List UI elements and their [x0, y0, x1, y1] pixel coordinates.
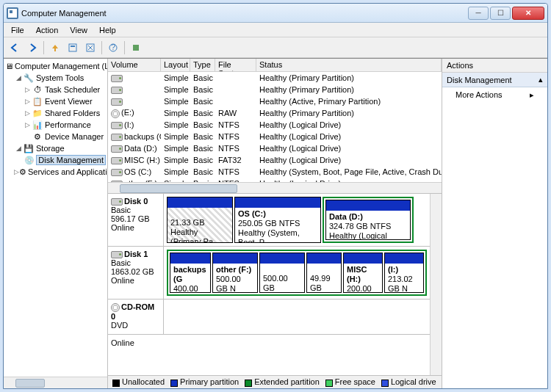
disk-1-row[interactable]: Disk 1 Basic 1863.02 GB Online backups (… — [108, 247, 430, 300]
actions-section[interactable]: Disk Management▴ — [442, 73, 547, 87]
disk1-partition-backups[interactable]: backups (G400.00 GB NHealthy (Lo — [170, 253, 211, 293]
refresh-button[interactable] — [82, 40, 98, 56]
col-filesystem[interactable]: File System — [215, 59, 256, 71]
tree-performance[interactable]: ▷📊Performance — [5, 119, 106, 131]
volume-row[interactable]: SimpleBasicHealthy (Primary Partition) — [108, 84, 442, 95]
svg-text:?: ? — [111, 43, 115, 51]
disk0-partition-0[interactable]: 21.33 GBHealthy (Primary Pa — [167, 197, 233, 243]
tree-services[interactable]: ▷⚙Services and Applications — [5, 166, 106, 178]
help-button[interactable]: ? — [105, 40, 121, 56]
toolbar: ? — [4, 37, 547, 58]
col-volume[interactable]: Volume — [108, 59, 161, 71]
drive-icon — [111, 134, 123, 141]
drive-icon — [111, 75, 123, 82]
drive-icon — [111, 145, 123, 153]
disk0-partition-os[interactable]: OS (C:)250.05 GB NTFSHealthy (System, Bo… — [234, 197, 321, 243]
cdrom-icon — [111, 109, 120, 118]
tree-root[interactable]: 🖥Computer Management (Local — [5, 60, 106, 72]
tree-storage[interactable]: ◢💾Storage — [5, 142, 106, 154]
disk1-partition-2[interactable]: 500.00 GBHealthy (Prim — [259, 253, 305, 293]
chevron-right-icon: ▸ — [530, 90, 534, 100]
computer-management-window: Computer Management ─ ☐ ✕ File Action Vi… — [3, 3, 548, 389]
volume-row[interactable]: (E:)SimpleBasicRAWHealthy (Primary Parti… — [108, 107, 442, 119]
maximize-button[interactable]: ☐ — [490, 7, 511, 20]
titlebar[interactable]: Computer Management ─ ☐ ✕ — [4, 4, 547, 23]
cdrom-info[interactable]: CD-ROM 0 DVD Online — [108, 300, 164, 334]
col-status[interactable]: Status — [256, 59, 442, 71]
close-button[interactable]: ✕ — [512, 7, 544, 20]
svg-rect-5 — [133, 45, 139, 51]
drive-icon — [111, 98, 123, 106]
tree-scrollbar[interactable] — [4, 377, 107, 388]
disk-0-info[interactable]: Disk 0 Basic 596.17 GB Online — [108, 194, 164, 246]
minimize-button[interactable]: ─ — [468, 7, 489, 20]
collapse-icon: ▴ — [539, 75, 543, 84]
svg-rect-1 — [71, 46, 75, 47]
disk-1-info[interactable]: Disk 1 Basic 1863.02 GB Online — [108, 247, 164, 299]
disk1-partition-3[interactable]: 49.99 GBHealthy (A — [306, 253, 342, 293]
disk1-partition-i[interactable]: (I:)213.02 GB NHealthy (Lo — [384, 253, 424, 293]
tree-shared-folders[interactable]: ▷📁Shared Folders — [5, 107, 106, 119]
tree-event-viewer[interactable]: ▷📋Event Viewer — [5, 95, 106, 107]
col-layout[interactable]: Layout — [161, 59, 190, 71]
drive-icon — [111, 169, 123, 176]
cdrom-icon — [111, 303, 120, 312]
disk1-extended[interactable]: backups (G400.00 GB NHealthy (Lo other (… — [167, 250, 427, 296]
drive-icon — [111, 87, 123, 94]
app-icon — [7, 7, 18, 19]
menu-file[interactable]: File — [7, 24, 29, 36]
menu-help[interactable]: Help — [95, 24, 120, 36]
settings-button[interactable] — [128, 40, 144, 56]
forward-button[interactable] — [24, 40, 40, 56]
properties-button[interactable] — [65, 40, 81, 56]
disk-graphical-view[interactable]: Disk 0 Basic 596.17 GB Online 21.33 GBHe… — [108, 194, 442, 375]
drive-icon — [111, 157, 123, 164]
volume-row[interactable]: SimpleBasicHealthy (Primary Partition) — [108, 72, 442, 84]
navigation-tree[interactable]: 🖥Computer Management (Local ◢🔧System Too… — [4, 59, 108, 388]
svg-rect-0 — [69, 44, 76, 51]
menu-action[interactable]: Action — [32, 24, 63, 36]
volume-row[interactable]: (I:)SimpleBasicNTFSHealthy (Logical Driv… — [108, 119, 442, 131]
window-title: Computer Management — [21, 9, 468, 18]
disk0-partition-data[interactable]: Data (D:)324.78 GB NTFSHealthy (Logical … — [325, 200, 411, 240]
main-panel: Volume Layout Type File System Status Si… — [108, 59, 442, 388]
tree-disk-management[interactable]: 💿Disk Management — [5, 154, 106, 166]
back-button[interactable] — [7, 40, 23, 56]
drive-icon — [111, 198, 123, 206]
tree-device-manager[interactable]: ⚙Device Manager — [5, 131, 106, 142]
actions-pane: Actions Disk Management▴ More Actions▸ — [442, 59, 547, 388]
cdrom-row[interactable]: CD-ROM 0 DVD Online — [108, 300, 430, 335]
drive-icon — [111, 251, 123, 258]
volume-row[interactable]: Data (D:)SimpleBasicNTFSHealthy (Logical… — [108, 142, 442, 154]
disk-view-scrollbar[interactable] — [430, 194, 442, 375]
actions-more[interactable]: More Actions▸ — [442, 87, 547, 103]
menu-view[interactable]: View — [65, 24, 92, 36]
volume-row[interactable]: SimpleBasicHealthy (Active, Primary Part… — [108, 95, 442, 107]
up-button[interactable] — [47, 40, 63, 56]
volume-list-header[interactable]: Volume Layout Type File System Status — [108, 59, 442, 72]
disk1-partition-other[interactable]: other (F:)500.00 GB NHealthy (Log — [212, 253, 258, 293]
tree-system-tools[interactable]: ◢🔧System Tools — [5, 72, 106, 84]
legend: Unallocated Primary partition Extended p… — [108, 375, 442, 388]
disk-0-row[interactable]: Disk 0 Basic 596.17 GB Online 21.33 GBHe… — [108, 194, 430, 247]
drive-icon — [111, 122, 123, 129]
volume-row[interactable]: MISC (H:)SimpleBasicFAT32Healthy (Logica… — [108, 154, 442, 166]
tree-task-scheduler[interactable]: ▷⏱Task Scheduler — [5, 84, 106, 95]
disk0-extended[interactable]: Data (D:)324.78 GB NTFSHealthy (Logical … — [323, 197, 414, 243]
volume-list-scrollbar[interactable] — [108, 182, 442, 194]
menubar: File Action View Help — [4, 23, 547, 37]
volume-row[interactable]: backups (G:)SimpleBasicNTFSHealthy (Logi… — [108, 131, 442, 142]
actions-header: Actions — [442, 59, 547, 73]
col-type[interactable]: Type — [190, 59, 215, 71]
volume-list[interactable]: SimpleBasicHealthy (Primary Partition)Si… — [108, 72, 442, 182]
disk1-partition-misc[interactable]: MISC (H:)200.00 GB FHealthy (Lo — [343, 253, 383, 293]
volume-row[interactable]: OS (C:)SimpleBasicNTFSHealthy (System, B… — [108, 166, 442, 178]
